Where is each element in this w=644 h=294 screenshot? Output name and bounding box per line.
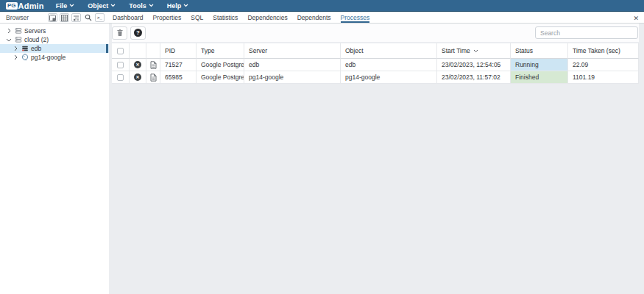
process-row: ✕ 65985 Google PostgreSQL pg14-google pg… <box>112 71 639 84</box>
object-panel-icon[interactable] <box>48 13 57 22</box>
secondary-bar: Browser >_ Dashboard Properties SQL Stat… <box>0 12 644 24</box>
search-input[interactable] <box>535 26 638 39</box>
table-header-row: PID Type Server Object Start Time Status… <box>112 43 639 59</box>
chevron-right-icon[interactable] <box>13 46 18 51</box>
cell-server: pg14-google <box>244 71 341 84</box>
menu-bar: File Object Tools Help <box>56 2 188 10</box>
tree-node-edb[interactable]: edb <box>0 44 109 53</box>
tree-node-servers[interactable]: Servers <box>0 26 109 35</box>
chevron-down-icon[interactable] <box>6 37 12 43</box>
menu-file[interactable]: File <box>56 2 75 10</box>
column-header-status[interactable]: Status <box>511 43 568 59</box>
cell-pid: 65985 <box>160 71 197 84</box>
top-navbar: PGAdmin File Object Tools Help <box>0 0 644 12</box>
stop-process-icon[interactable]: ✕ <box>134 74 141 81</box>
chevron-right-icon[interactable] <box>6 28 12 34</box>
tree-node-pg14-google[interactable]: pg14-google <box>0 53 109 62</box>
menu-object[interactable]: Object <box>88 2 116 10</box>
chevron-down-icon <box>183 4 188 7</box>
cell-type: Google PostgreSQL <box>197 59 244 71</box>
processes-toolbar: ? <box>112 24 639 42</box>
browser-toolbar: >_ <box>48 13 105 22</box>
chevron-right-icon[interactable] <box>13 54 18 60</box>
tab-dashboard[interactable]: Dashboard <box>113 12 144 23</box>
browser-panel-title: Browser <box>6 14 29 21</box>
stop-process-icon[interactable]: ✕ <box>134 61 141 68</box>
column-header-object[interactable]: Object <box>341 43 437 59</box>
delete-process-button[interactable] <box>112 26 127 40</box>
tree-node-label: Servers <box>24 27 46 35</box>
tab-dependents[interactable]: Dependents <box>297 12 331 23</box>
cell-object: edb <box>341 59 437 71</box>
search-icon[interactable] <box>83 13 93 22</box>
edb-server-icon <box>21 45 29 53</box>
tab-dependencies[interactable]: Dependencies <box>247 12 287 23</box>
terminal-icon[interactable]: >_ <box>95 13 105 22</box>
tree-scrollbar-thumb[interactable] <box>106 44 108 53</box>
cell-start-time: 23/02/2023, 12:54:05 <box>437 59 511 71</box>
logo-pg-badge: PG <box>6 2 18 10</box>
process-details-icon[interactable] <box>150 61 157 69</box>
row-checkbox[interactable] <box>117 74 124 81</box>
column-header-time-taken[interactable]: Time Taken (sec) <box>568 43 639 59</box>
processes-table: PID Type Server Object Start Time Status… <box>112 43 639 84</box>
postgresql-server-icon <box>21 54 29 62</box>
tree-node-label: pg14-google <box>31 54 66 61</box>
status-badge: Finished <box>511 71 568 84</box>
cell-object: pg14-google <box>341 71 437 84</box>
grid-view-icon[interactable] <box>60 13 69 22</box>
server-group-icon <box>14 36 22 44</box>
column-header-type[interactable]: Type <box>197 43 244 59</box>
status-badge: Running <box>511 59 568 71</box>
browser-tree-panel: Servers cloud (2) edb <box>0 24 109 294</box>
server-group-icon <box>14 27 22 35</box>
tree-node-label: cloud (2) <box>24 36 49 43</box>
select-all-checkbox[interactable] <box>117 48 124 54</box>
column-header-server[interactable]: Server <box>244 43 341 59</box>
cell-start-time: 23/02/2023, 11:57:02 <box>437 71 511 84</box>
pgadmin-logo: PGAdmin <box>6 1 44 10</box>
tree-filter-icon[interactable] <box>71 13 81 22</box>
logo-admin-text: Admin <box>18 1 44 10</box>
menu-help[interactable]: Help <box>167 2 189 10</box>
processes-panel: ? PID Type Server Object Start Time Stat… <box>109 24 644 294</box>
tab-sql[interactable]: SQL <box>191 12 203 23</box>
trash-icon <box>116 29 124 37</box>
row-checkbox[interactable] <box>117 62 124 68</box>
cell-time-taken: 22.09 <box>568 59 639 71</box>
panel-tabs: Dashboard Properties SQL Statistics Depe… <box>109 12 644 23</box>
chevron-down-icon <box>69 4 74 7</box>
cell-time-taken: 1101.19 <box>568 71 639 84</box>
tree-node-cloud[interactable]: cloud (2) <box>0 35 109 44</box>
tree-node-label: edb <box>31 45 41 52</box>
cell-pid: 71527 <box>160 59 197 71</box>
column-header-start-time[interactable]: Start Time <box>437 43 511 59</box>
process-details-icon[interactable] <box>150 74 157 82</box>
tab-properties[interactable]: Properties <box>153 12 182 23</box>
chevron-down-icon <box>110 4 116 7</box>
cell-server: edb <box>244 59 341 71</box>
browser-panel-header: Browser >_ <box>0 12 109 23</box>
menu-tools[interactable]: Tools <box>129 2 153 10</box>
process-row: ✕ 71527 Google PostgreSQL edb edb 23/02/… <box>112 59 639 71</box>
sort-desc-icon <box>473 49 478 53</box>
help-icon: ? <box>134 29 142 37</box>
cell-type: Google PostgreSQL <box>197 71 244 84</box>
close-panel-icon[interactable]: ✕ <box>633 14 639 23</box>
tab-statistics[interactable]: Statistics <box>213 12 238 23</box>
stop-column-header <box>130 43 146 59</box>
chevron-down-icon <box>149 4 154 7</box>
column-header-pid[interactable]: PID <box>160 43 197 59</box>
help-button[interactable]: ? <box>130 26 146 40</box>
object-explorer-tree: Servers cloud (2) edb <box>0 24 109 62</box>
tab-processes[interactable]: Processes <box>341 12 370 23</box>
details-column-header <box>146 43 160 59</box>
